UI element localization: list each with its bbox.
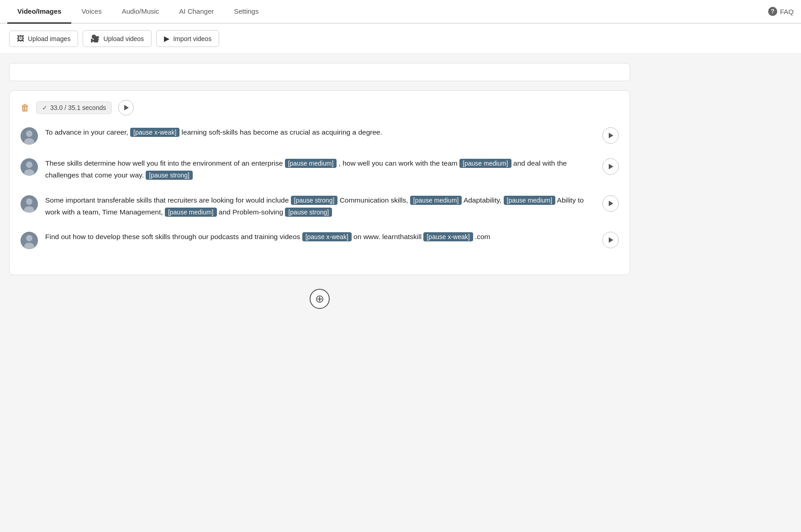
pause-tag: [pause strong] — [285, 208, 332, 217]
pause-tag: [pause medium] — [165, 208, 217, 217]
check-icon: ✓ — [42, 104, 47, 111]
tab-ai-changer[interactable]: AI Changer — [169, 0, 224, 24]
avatar — [21, 232, 38, 249]
timer-badge: ✓ 33.0 / 35.1 seconds — [36, 101, 112, 114]
pause-tag: [pause medium] — [504, 196, 556, 205]
script-line: Find out how to develop these soft skill… — [21, 231, 619, 249]
top-card — [9, 63, 630, 81]
pause-tag: [pause strong] — [146, 171, 193, 180]
tab-audio-music[interactable]: Audio/Music — [112, 0, 169, 24]
import-videos-label: Import videos — [173, 35, 211, 42]
timer-label: 33.0 / 35.1 seconds — [50, 104, 106, 111]
play-triangle-icon — [609, 201, 613, 206]
image-icon: 🖼 — [17, 35, 24, 43]
play-triangle-icon — [609, 133, 613, 138]
avatar — [21, 158, 38, 176]
script-line: These skills determine how well you fit … — [21, 157, 619, 182]
script-text-3: Some important transferable skills that … — [45, 194, 595, 219]
upload-images-button[interactable]: 🖼 Upload images — [9, 31, 78, 47]
line-play-button-3[interactable] — [602, 195, 619, 212]
faq-tab[interactable]: ? FAQ — [768, 7, 794, 16]
line-play-button-1[interactable] — [602, 127, 619, 144]
faq-label: FAQ — [780, 8, 794, 16]
tab-video-images[interactable]: Video/Images — [7, 0, 71, 24]
play-triangle-icon — [609, 237, 613, 243]
import-icon: ▶ — [164, 34, 169, 43]
script-text-4: Find out how to develop these soft skill… — [45, 231, 595, 243]
avatar — [21, 127, 38, 145]
video-icon: 🎥 — [90, 34, 100, 43]
avatar — [21, 195, 38, 213]
add-script-line-button[interactable]: ⊕ — [310, 289, 330, 309]
line-play-button-2[interactable] — [602, 158, 619, 175]
add-button-container: ⊕ — [9, 284, 630, 318]
main-content: 🗑 ✓ 33.0 / 35.1 seconds To advance in yo… — [0, 54, 639, 327]
pause-tag: [pause x-weak] — [130, 128, 179, 137]
script-text-1: To advance in your career, [pause x-weak… — [45, 126, 595, 138]
svg-point-10 — [26, 235, 32, 241]
card-play-button[interactable] — [118, 100, 134, 115]
svg-point-7 — [26, 198, 32, 205]
script-line: Some important transferable skills that … — [21, 194, 619, 219]
import-videos-button[interactable]: ▶ Import videos — [156, 30, 219, 47]
script-card: 🗑 ✓ 33.0 / 35.1 seconds To advance in yo… — [9, 90, 630, 275]
card-header: 🗑 ✓ 33.0 / 35.1 seconds — [21, 100, 619, 115]
pause-tag: [pause x-weak] — [302, 232, 352, 241]
script-text-2: These skills determine how well you fit … — [45, 157, 595, 182]
faq-icon: ? — [768, 7, 777, 16]
svg-point-1 — [26, 130, 32, 137]
trash-icon[interactable]: 🗑 — [21, 103, 30, 113]
script-line: To advance in your career, [pause x-weak… — [21, 126, 619, 145]
pause-tag: [pause strong] — [291, 196, 338, 205]
tab-settings[interactable]: Settings — [224, 0, 269, 24]
tab-voices[interactable]: Voices — [71, 0, 111, 24]
line-play-button-4[interactable] — [602, 232, 619, 248]
plus-icon: ⊕ — [315, 293, 324, 304]
pause-tag: [pause medium] — [410, 196, 462, 205]
pause-tag: [pause x-weak] — [423, 232, 473, 241]
upload-toolbar: 🖼 Upload images 🎥 Upload videos ▶ Import… — [0, 24, 801, 54]
upload-videos-label: Upload videos — [103, 35, 144, 42]
svg-point-4 — [26, 162, 32, 168]
pause-tag: [pause medium] — [459, 159, 511, 168]
pause-tag: [pause medium] — [285, 159, 337, 168]
upload-images-label: Upload images — [28, 35, 70, 42]
nav-tabs: Video/Images Voices Audio/Music AI Chang… — [0, 0, 801, 24]
upload-videos-button[interactable]: 🎥 Upload videos — [83, 30, 152, 47]
play-triangle-icon — [124, 105, 129, 110]
play-triangle-icon — [609, 164, 613, 169]
